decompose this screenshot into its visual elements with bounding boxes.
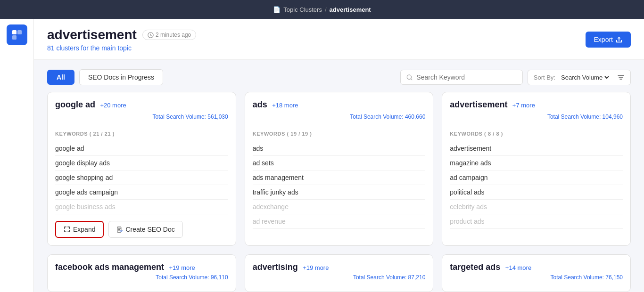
export-button[interactable]: Export: [586, 32, 631, 48]
card-google-ad-keywords: KEYWORDS ( 21 / 21 ) google ad google di…: [48, 125, 236, 214]
card-facebook-ads: facebook ads management +19 more Total S…: [47, 254, 236, 292]
toolbar: All SEO Docs in Progress Sort By: Search…: [34, 60, 644, 92]
card-advertising-header: advertising +19 more: [245, 255, 433, 274]
page-title-row: advertisement 2 minutes ago: [47, 27, 196, 42]
svg-rect-2: [17, 30, 22, 34]
card-facebook-ads-volume: Total Search Volume: 96,110: [48, 274, 236, 285]
list-item: product ads: [450, 214, 623, 229]
sidebar: [0, 19, 34, 292]
sort-label: Sort By:: [534, 74, 555, 81]
card-advertisement-more: +7 more: [512, 102, 535, 109]
card-ads-volume: Total Search Volume: 460,660: [245, 114, 433, 125]
card-google-ad: google ad +20 more Total Search Volume: …: [47, 92, 236, 246]
doc-icon: 📄: [273, 6, 281, 13]
time-ago: 2 minutes ago: [156, 32, 191, 38]
page-header: advertisement 2 minutes ago 81 clusters …: [34, 19, 644, 60]
card-targeted-ads: targeted ads +14 more Total Search Volum…: [442, 254, 631, 292]
search-box: [400, 70, 523, 85]
search-icon: [406, 74, 413, 81]
card-ads: ads +18 more Total Search Volume: 460,66…: [245, 92, 434, 246]
card-ads-more: +18 more: [272, 102, 298, 109]
card-targeted-ads-title: targeted ads: [450, 262, 500, 272]
card-ads-keywords: KEYWORDS ( 19 / 19 ) ads ad sets ads man…: [245, 125, 433, 229]
list-item: political ads: [450, 185, 623, 200]
top-bar: 📄 Topic Clusters / advertisement: [0, 0, 644, 19]
card-google-ad-volume: Total Search Volume: 561,030: [48, 114, 236, 125]
card-ads-title: ads: [253, 100, 267, 109]
card-facebook-ads-header: facebook ads management +19 more: [48, 255, 236, 274]
tab-seo-docs[interactable]: SEO Docs in Progress: [79, 69, 163, 85]
create-seo-label: Create SEO Doc: [125, 226, 174, 233]
card-targeted-ads-header: targeted ads +14 more: [442, 255, 630, 274]
layout: advertisement 2 minutes ago 81 clusters …: [0, 19, 644, 292]
sort-section: Sort By: Search Volume Alphabetical Keyw…: [528, 70, 631, 85]
card-ads-header: ads +18 more: [245, 92, 433, 114]
list-item: google ads campaign: [55, 185, 228, 200]
card-google-ad-actions: Expand Create SEO Doc: [48, 214, 236, 245]
card-advertisement-keywords: KEYWORDS ( 8 / 8 ) advertisement magazin…: [442, 125, 630, 229]
main-content: advertisement 2 minutes ago 81 clusters …: [34, 19, 644, 292]
card-advertisement-volume: Total Search Volume: 104,960: [442, 114, 630, 125]
card-advertising-title: advertising: [253, 262, 298, 272]
svg-rect-1: [12, 35, 17, 40]
card-google-ad-more: +20 more: [100, 102, 126, 109]
export-label: Export: [594, 36, 613, 43]
card-advertising: advertising +19 more Total Search Volume…: [245, 254, 434, 292]
page-title: advertisement: [47, 27, 137, 42]
list-item: traffic junky ads: [253, 185, 426, 200]
expand-label: Expand: [73, 226, 95, 233]
keywords-count-label: KEYWORDS ( 21 / 21 ): [55, 131, 228, 137]
clock-icon: [148, 32, 154, 38]
list-item: google ad: [55, 141, 228, 156]
list-item: ads: [253, 141, 426, 156]
list-item: ad sets: [253, 156, 426, 170]
logo-icon: [11, 29, 23, 41]
svg-rect-0: [12, 30, 17, 34]
list-item: google business ads: [55, 200, 228, 214]
card-facebook-ads-more: +19 more: [169, 264, 195, 271]
tab-all[interactable]: All: [47, 70, 74, 85]
card-google-ad-header: google ad +20 more: [48, 92, 236, 114]
search-input[interactable]: [416, 73, 516, 81]
export-icon: [616, 36, 622, 43]
list-item: adexchange: [253, 200, 426, 214]
svg-point-4: [407, 74, 411, 79]
sort-select[interactable]: Search Volume Alphabetical Keyword Count: [559, 73, 611, 81]
list-item: ad campaign: [450, 170, 623, 185]
card-targeted-ads-more: +14 more: [505, 264, 531, 271]
expand-icon: [64, 226, 70, 233]
keywords-count-label: KEYWORDS ( 19 / 19 ): [253, 131, 426, 137]
list-item: google display ads: [55, 156, 228, 170]
keywords-count-label: KEYWORDS ( 8 / 8 ): [450, 131, 623, 137]
list-item: google shopping ad: [55, 170, 228, 185]
time-badge: 2 minutes ago: [142, 30, 196, 40]
create-seo-doc-button[interactable]: Create SEO Doc: [108, 221, 182, 238]
card-advertisement-title: advertisement: [450, 100, 507, 109]
card-advertisement: advertisement +7 more Total Search Volum…: [442, 92, 631, 246]
create-doc-icon: [116, 227, 123, 233]
list-item: ads management: [253, 170, 426, 185]
cards-grid: google ad +20 more Total Search Volume: …: [34, 92, 644, 292]
list-item: advertisement: [450, 141, 623, 156]
breadcrumb-separator: /: [325, 6, 327, 13]
card-targeted-ads-volume: Total Search Volume: 76,150: [442, 274, 630, 285]
list-item: ad revenue: [253, 214, 426, 229]
sort-filter-icon: [617, 73, 625, 81]
clusters-count: 81 clusters for the main topic: [47, 44, 196, 52]
card-facebook-ads-title: facebook ads management: [55, 262, 164, 272]
card-advertisement-header: advertisement +7 more: [442, 92, 630, 114]
breadcrumb-parent[interactable]: Topic Clusters: [283, 6, 322, 13]
header-left: advertisement 2 minutes ago 81 clusters …: [47, 27, 196, 52]
card-advertising-volume: Total Search Volume: 87,210: [245, 274, 433, 285]
card-advertising-more: +19 more: [303, 264, 329, 271]
card-google-ad-title: google ad: [55, 100, 95, 109]
list-item: celebrity ads: [450, 200, 623, 214]
breadcrumb-current: advertisement: [330, 6, 371, 13]
logo[interactable]: [7, 24, 27, 45]
expand-button[interactable]: Expand: [55, 221, 104, 238]
list-item: magazine ads: [450, 156, 623, 170]
